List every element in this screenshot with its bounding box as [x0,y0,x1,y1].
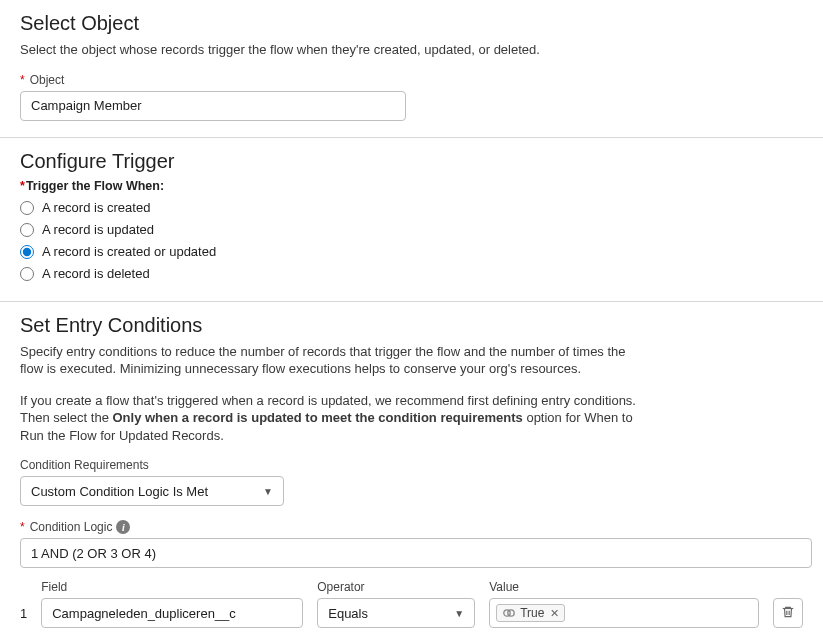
condition-req-label: Condition Requirements [20,458,803,472]
object-label-row: * Object [20,73,803,87]
value-col-label: Value [489,580,759,594]
trigger-when-label: *Trigger the Flow When: [20,179,803,193]
select-object-desc: Select the object whose records trigger … [20,41,640,59]
object-label: Object [30,73,65,87]
trash-icon [781,605,795,622]
field-input[interactable] [41,598,303,628]
radio-record-deleted[interactable]: A record is deleted [20,263,803,285]
radio-deleted-input[interactable] [20,267,34,281]
configure-trigger-section: Configure Trigger *Trigger the Flow When… [0,137,823,301]
chevron-down-icon: ▼ [263,486,273,497]
condition-logic-label: Condition Logic [30,520,113,534]
radio-updated-input[interactable] [20,223,34,237]
close-icon[interactable]: ✕ [548,607,559,620]
trigger-radio-group: A record is created A record is updated … [20,197,803,285]
operator-column: Operator Equals ▼ [317,580,475,628]
svg-point-1 [508,610,514,616]
value-column: Value True ✕ [489,580,759,628]
delete-condition-button[interactable] [773,598,803,628]
radio-created-input[interactable] [20,201,34,215]
operator-col-label: Operator [317,580,475,594]
value-input[interactable]: True ✕ [489,598,759,628]
boolean-icon [502,606,516,620]
required-asterisk: * [20,179,25,193]
delete-column [773,580,803,628]
chevron-down-icon: ▼ [454,608,464,619]
required-asterisk: * [20,73,25,87]
field-column: Field [41,580,303,628]
object-input[interactable] [20,91,406,121]
radio-record-created-or-updated[interactable]: A record is created or updated [20,241,803,263]
entry-conditions-desc1: Specify entry conditions to reduce the n… [20,343,640,378]
condition-logic-input[interactable] [20,538,812,568]
field-col-label: Field [41,580,303,594]
operator-select[interactable]: Equals ▼ [317,598,475,628]
value-pill: True ✕ [496,604,565,622]
radio-record-created[interactable]: A record is created [20,197,803,219]
select-object-section: Select Object Select the object whose re… [0,0,823,137]
condition-logic-label-row: * Condition Logic i [20,520,803,534]
entry-conditions-section: Set Entry Conditions Specify entry condi… [0,301,823,642]
condition-row-1: 1 Field Operator Equals ▼ Value [20,580,803,628]
select-object-title: Select Object [20,12,803,35]
radio-record-updated[interactable]: A record is updated [20,219,803,241]
entry-conditions-desc2: If you create a flow that's triggered wh… [20,392,640,445]
configure-trigger-title: Configure Trigger [20,150,803,173]
condition-req-select[interactable]: Custom Condition Logic Is Met ▼ [20,476,284,506]
condition-req-value: Custom Condition Logic Is Met [31,484,208,499]
info-icon[interactable]: i [116,520,130,534]
required-asterisk: * [20,520,25,534]
entry-conditions-title: Set Entry Conditions [20,314,803,337]
operator-value: Equals [328,606,368,621]
value-pill-label: True [520,606,544,620]
condition-number: 1 [20,606,27,628]
radio-created-or-updated-input[interactable] [20,245,34,259]
